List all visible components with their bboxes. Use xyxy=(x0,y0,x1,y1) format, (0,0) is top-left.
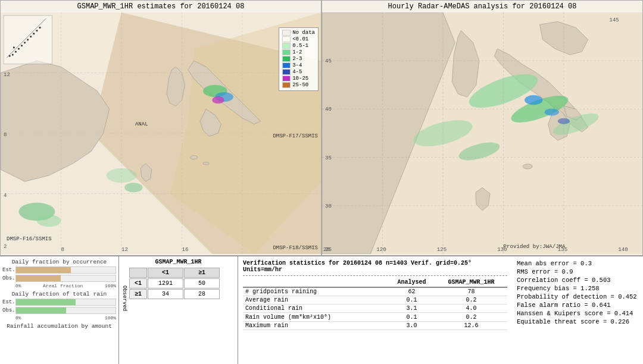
est-label-2: Est. xyxy=(2,299,15,305)
stats-tbody: # gridpoints raining6278Average rain0.10… xyxy=(243,287,507,330)
svg-point-22 xyxy=(30,36,32,37)
occurrence-chart-title: Daily fraction by occurrence xyxy=(2,259,116,265)
est-occurrence-fill xyxy=(16,267,71,273)
est-rain-row: Est. xyxy=(2,299,116,306)
legend-2-3-label: 2-3 xyxy=(292,56,302,62)
ct-row-lt1: <1 xyxy=(129,278,147,288)
stats-row-val2: 12.6 xyxy=(435,322,507,330)
right-map-canvas: 45 40 35 30 25 120 125 130 135 140 20 14… xyxy=(322,12,642,254)
right-stat-item: Correlation coeff = 0.503 xyxy=(517,277,638,284)
stats-row: Maximum rain3.012.6 xyxy=(243,322,507,330)
stats-header-row: Analysed GSMAP_MWR_1HR xyxy=(243,278,507,287)
rain-axis-0: 0% xyxy=(15,315,21,321)
top-section: GSMAP_MWR_1HR estimates for 20160124 08 xyxy=(0,0,643,256)
obs-occurrence-row: Obs. xyxy=(2,275,116,282)
legend-25-50: 25-50 xyxy=(282,82,315,88)
svg-text:140: 140 xyxy=(618,246,628,253)
svg-text:40: 40 xyxy=(325,106,332,112)
legend-10-25-label: 10-25 xyxy=(292,76,308,81)
legend-2-3-color xyxy=(282,56,291,62)
stats-row-val1: 3.1 xyxy=(388,305,435,313)
stats-title: Verification statistics for 20160124 08 … xyxy=(243,260,507,273)
svg-point-21 xyxy=(27,39,29,40)
est-occurrence-bar xyxy=(15,266,116,274)
legend-001-color xyxy=(282,36,291,42)
right-map-title: Hourly Radar-AMeDAS analysis for 2016012… xyxy=(322,1,642,12)
svg-text:30: 30 xyxy=(325,203,332,209)
stats-row-label: # gridpoints raining xyxy=(243,287,388,296)
left-map-label-f18: DMSP-F18/SSMIS xyxy=(273,245,318,251)
right-stat-item: RMS error = 0.9 xyxy=(517,268,638,275)
axis-0pct: 0% xyxy=(15,283,21,288)
axis-mid-label: Areal fraction xyxy=(43,283,83,288)
est-rain-bar xyxy=(15,299,116,306)
obs-label-2: Obs. xyxy=(2,307,15,313)
main-container: GSMAP_MWR_1HR estimates for 20160124 08 xyxy=(0,0,643,364)
legend-4-5-color xyxy=(282,69,291,75)
svg-text:145: 145 xyxy=(609,17,619,23)
svg-point-14 xyxy=(12,54,14,56)
legend-10-25-color xyxy=(282,76,291,81)
left-map-label-f17: DMSP-F17/SSMIS xyxy=(273,133,318,139)
svg-text:12: 12 xyxy=(121,246,128,253)
stats-row-val2: 4.0 xyxy=(435,305,507,313)
right-stat-item: Frequency bias = 1.258 xyxy=(517,285,638,292)
svg-point-18 xyxy=(24,42,26,43)
svg-text:120: 120 xyxy=(376,246,386,253)
svg-text:16: 16 xyxy=(182,246,189,253)
stats-row: # gridpoints raining6278 xyxy=(243,287,507,296)
right-stat-item: Hanssen & Kuipers score = 0.414 xyxy=(517,310,638,317)
left-map-label-anal: ANAL xyxy=(135,121,148,127)
ct-val-tr: 50 xyxy=(184,278,220,288)
ct-inner: <1 ≥1 <1 1291 50 ≥1 34 28 xyxy=(129,268,235,311)
col-gsmap-header: GSMAP_MWR_1HR xyxy=(435,278,507,287)
stats-row-val1: 0.1 xyxy=(388,313,435,322)
legend-3-4: 3-4 xyxy=(282,62,315,68)
est-rain-fill xyxy=(16,299,76,305)
svg-text:8: 8 xyxy=(61,246,64,253)
left-map-title: GSMAP_MWR_1HR estimates for 20160124 08 xyxy=(1,1,321,12)
obs-rain-fill xyxy=(16,307,66,313)
rain-axis-100: 100% xyxy=(105,315,116,321)
contingency-section: GSMAP_MWR_1HR Observed <1 ≥1 <1 1291 50 xyxy=(119,256,238,364)
stats-row-val2: 0.2 xyxy=(435,296,507,305)
svg-point-8 xyxy=(212,96,224,103)
legend-3-4-color xyxy=(282,62,291,68)
svg-text:45: 45 xyxy=(325,58,332,64)
legend-nodata-color xyxy=(282,30,291,36)
left-map-panel: GSMAP_MWR_1HR estimates for 20160124 08 xyxy=(0,0,322,256)
legend-nodata-label: No data xyxy=(292,30,315,36)
ct-empty xyxy=(129,268,147,278)
legend-4-5: 4-5 xyxy=(282,69,315,75)
stats-row-label: Conditional rain xyxy=(243,305,388,313)
svg-point-43 xyxy=(523,164,532,169)
stats-row-val1: 62 xyxy=(388,287,435,296)
svg-point-48 xyxy=(545,108,559,115)
ct-col-ge1: ≥1 xyxy=(184,268,220,278)
col-analysed-header: Analysed xyxy=(388,278,435,287)
legend-3-4-label: 3-4 xyxy=(292,62,302,68)
legend-box: No data <0.01 0.5-1 1-2 xyxy=(279,27,319,91)
svg-point-15 xyxy=(15,51,17,52)
stats-row: Average rain0.10.2 xyxy=(243,296,507,305)
rain-chart-title: Daily fraction of total rain xyxy=(2,291,116,297)
bottom-section: Daily fraction by occurrence Est. Obs. 0… xyxy=(0,256,643,364)
svg-point-16 xyxy=(18,48,20,49)
bottom-left-charts: Daily fraction by occurrence Est. Obs. 0… xyxy=(0,256,119,364)
legend-1-2: 1-2 xyxy=(282,49,315,55)
svg-text:35: 35 xyxy=(325,155,332,161)
stats-row-val2: 0.2 xyxy=(435,313,507,322)
observed-label: Observed xyxy=(121,285,127,311)
svg-text:12: 12 xyxy=(4,71,10,78)
est-occurrence-row: Est. xyxy=(2,266,116,274)
legend-05-1-label: 0.5-1 xyxy=(292,43,308,49)
right-map-svg: 45 40 35 30 25 120 125 130 135 140 20 14… xyxy=(322,12,642,254)
est-label-1: Est. xyxy=(2,267,15,273)
stats-divider-1 xyxy=(243,275,507,276)
left-map-canvas: 8 12 16 12 8 4 2 DMSP-F16/SSMIS DMSP-F17… xyxy=(1,12,321,254)
svg-text:20: 20 xyxy=(323,246,330,253)
occurrence-axis: 0% Areal fraction 100% xyxy=(2,283,116,288)
legend-25-50-label: 25-50 xyxy=(292,82,308,88)
right-stat-item: Probability of detection = 0.452 xyxy=(517,293,638,300)
rainfall-title: Rainfall accumulation by amount xyxy=(2,323,116,330)
